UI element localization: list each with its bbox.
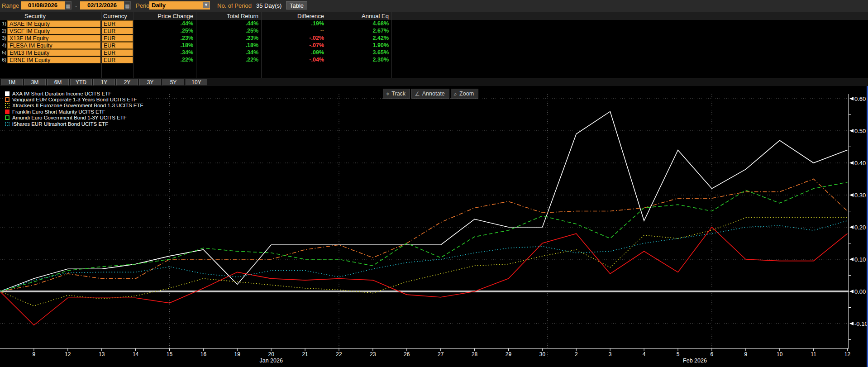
tab-1m[interactable]: 1M (1, 79, 23, 86)
legend-swatch-icon (5, 115, 10, 120)
col-header-total-return: Total Return (196, 12, 261, 20)
column-separator (391, 12, 392, 78)
col-header-security: Security (7, 12, 101, 20)
range-start-input[interactable]: 01/08/2026 (21, 1, 65, 10)
security-cell[interactable]: VSCF IM Equity (7, 28, 101, 34)
x-tick-label: 23 (370, 351, 376, 357)
currency-cell[interactable]: EUR (101, 20, 133, 27)
legend-item: iShares EUR Ultrashort Bond UCITS ETF (5, 121, 143, 127)
track-button[interactable]: ⌖Track (383, 89, 410, 99)
comparative-returns-screen: Range 01/08/2026 ▦ - 02/12/2026 ▦ Period… (0, 0, 868, 367)
tab-3y[interactable]: 3Y (139, 79, 161, 86)
difference-cell: .19% (261, 20, 327, 27)
y-tick-arrow (849, 129, 854, 133)
price-change-cell: .22% (133, 57, 196, 63)
chart-canvas: 0.600.500.400.300.200.100.00-0.109121314… (0, 86, 868, 367)
y-tick-arrow (849, 97, 854, 100)
column-separator (134, 12, 134, 78)
y-tick-arrow (849, 225, 854, 229)
chevron-down-icon[interactable]: ▼ (203, 2, 210, 8)
zoom-button[interactable]: ⌕Zoom (451, 89, 478, 99)
security-cell[interactable]: ASAE IM Equity (7, 20, 101, 27)
column-separator (196, 12, 196, 78)
x-tick-label: 11 (811, 351, 816, 357)
currency-cell[interactable]: EUR (101, 49, 133, 56)
y-tick-arrow (849, 290, 854, 293)
tab-3m[interactable]: 3M (24, 79, 46, 86)
tab-2y[interactable]: 2Y (116, 79, 138, 86)
returns-chart: AXA IM Short Duration Income UCITS ETFVa… (0, 86, 868, 367)
legend-label: Xtrackers II Eurozone Government Bond 1-… (12, 103, 143, 108)
currency-cell[interactable]: EUR (101, 35, 133, 42)
currency-cell[interactable]: EUR (101, 57, 133, 63)
x-tick-label: 5 (677, 351, 680, 357)
tab-6m[interactable]: 6M (47, 79, 69, 86)
col-header-difference: Difference (261, 12, 327, 20)
series-line-5 (0, 221, 848, 291)
calendar-icon[interactable]: ▦ (124, 1, 131, 10)
legend-label: Franklin Euro Short Maturity UCITS ETF (12, 109, 105, 114)
total-return-cell: .44% (196, 20, 261, 27)
col-header-annual-eq: Annual Eq (327, 12, 391, 20)
x-tick-label: 20 (268, 351, 275, 357)
tab-1y[interactable]: 1Y (93, 79, 115, 86)
security-cell[interactable]: X13E IM Equity (7, 35, 101, 42)
annual-eq-cell: 2.42% (327, 35, 391, 42)
legend-item: AXA IM Short Duration Income UCITS ETF (5, 91, 143, 96)
x-tick-label: 29 (506, 351, 512, 357)
num-period-value: 35 Day(s) (256, 2, 281, 9)
total-return-cell: .34% (196, 49, 261, 56)
x-tick-label: 6 (711, 351, 714, 357)
y-tick-arrow (849, 257, 854, 261)
range-tab-bar: 1M3M6MYTD1Y2Y3Y5Y10Y (0, 78, 868, 87)
control-bar: Range 01/08/2026 ▦ - 02/12/2026 ▦ Period… (0, 0, 868, 12)
row-number: 1) (0, 20, 7, 27)
legend-swatch-icon (5, 103, 10, 108)
x-tick-label: 30 (539, 351, 546, 357)
tab-5y[interactable]: 5Y (162, 79, 184, 86)
table-view-button[interactable]: Table (286, 1, 307, 10)
num-period-label: No. of Period (217, 2, 252, 9)
y-tick-label: -0.10 (854, 320, 868, 327)
x-tick-label: 26 (404, 351, 410, 357)
total-return-cell: .25% (196, 28, 261, 34)
currency-cell[interactable]: EUR (101, 42, 133, 49)
legend-item: Franklin Euro Short Maturity UCITS ETF (5, 109, 143, 114)
legend-swatch-icon (5, 91, 10, 96)
calendar-icon[interactable]: ▦ (65, 1, 72, 10)
annotate-icon: ∠ (415, 90, 420, 98)
security-cell[interactable]: EM13 IM Equity (7, 49, 101, 56)
period-select[interactable]: Daily ▼ (149, 1, 210, 10)
column-separator (261, 12, 262, 78)
range-dash: - (75, 2, 77, 9)
table-row: 3)X13E IM EquityEUR.23%.23%-.02%2.42% (0, 35, 868, 42)
row-number: 5) (0, 49, 7, 56)
x-tick-label: 3 (609, 351, 612, 357)
annotate-button[interactable]: ∠Annotate (411, 89, 449, 99)
x-tick-label: 19 (234, 351, 241, 357)
security-cell[interactable]: FLESA IM Equity (7, 42, 101, 49)
legend-swatch-icon (5, 122, 10, 126)
total-return-cell: .22% (196, 57, 261, 63)
total-return-cell: .23% (196, 35, 261, 42)
table-row: 6)ERNE IM EquityEUR.22%.22%-.04%2.30% (0, 57, 868, 63)
security-cell[interactable]: ERNE IM Equity (7, 57, 101, 63)
y-tick-label: 0.10 (854, 256, 866, 263)
legend-item: Amundi Euro Government Bond 1-3Y UCITS E… (5, 115, 143, 121)
price-change-cell: .18% (133, 42, 196, 49)
range-end-input[interactable]: 02/12/2026 (80, 1, 124, 10)
table-row: 2)VSCF IM EquityEUR.25%.25%--2.67% (0, 28, 868, 34)
difference-cell: -- (261, 28, 327, 34)
difference-cell: -.02% (261, 35, 327, 42)
tab-10y[interactable]: 10Y (186, 79, 207, 86)
row-number: 6) (0, 57, 7, 63)
month-label: Feb 2026 (683, 357, 707, 364)
y-tick-label: 0.30 (854, 192, 866, 199)
y-tick-arrow (849, 193, 854, 197)
tab-ytd[interactable]: YTD (70, 79, 92, 86)
x-tick-label: 27 (438, 351, 444, 357)
x-tick-label: 9 (33, 351, 36, 357)
annual-eq-cell: 2.30% (327, 57, 391, 63)
currency-cell[interactable]: EUR (101, 28, 133, 34)
legend-swatch-icon (5, 110, 10, 114)
